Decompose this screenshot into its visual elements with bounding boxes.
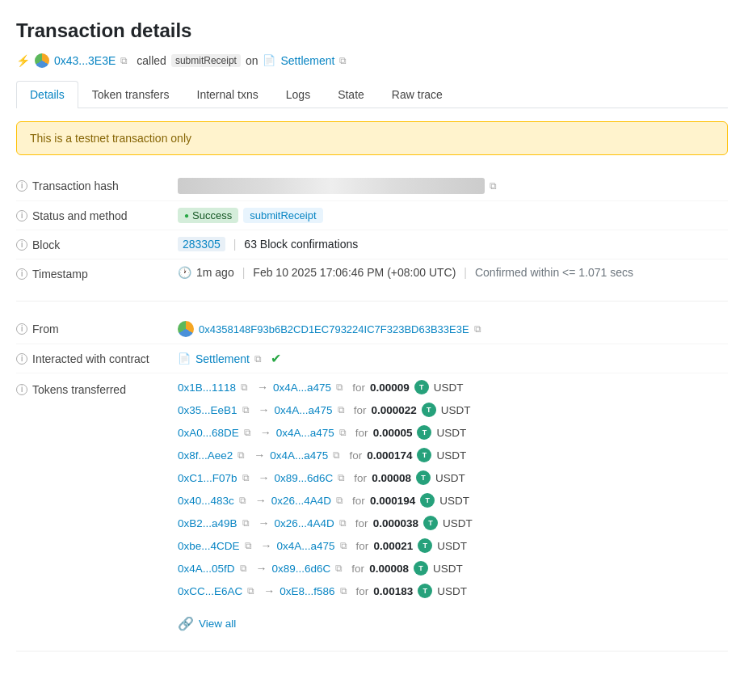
row-tokens: i Tokens transferred 0x1B...1118 ⧉ → 0x4…: [16, 373, 728, 638]
transfer-amount-5: 0.000194: [370, 495, 415, 507]
info-icon-status: i: [16, 210, 27, 221]
copy-tt9-icon[interactable]: ⧉: [340, 585, 351, 597]
transfer-to-1[interactable]: 0x4A...a475: [275, 404, 333, 416]
token-name-3: USDT: [436, 449, 466, 462]
arrow-icon: →: [259, 403, 270, 416]
usdt-badge-0: T: [414, 380, 429, 394]
tab-logs[interactable]: Logs: [272, 81, 324, 108]
copy-tf3-icon[interactable]: ⧉: [237, 449, 249, 461]
info-icon-contract: i: [16, 353, 27, 365]
caller-avatar: [35, 53, 49, 68]
copy-contract-icon[interactable]: ⧉: [339, 55, 351, 66]
value-transaction-hash: ⧉: [178, 178, 728, 194]
transfer-to-5[interactable]: 0x26...4A4D: [271, 495, 331, 507]
transfer-from-6[interactable]: 0xB2...a49B: [178, 517, 237, 529]
block-number-link[interactable]: 283305: [178, 237, 225, 251]
info-icon-block: i: [16, 239, 27, 251]
transfer-to-7[interactable]: 0x4A...a475: [277, 540, 335, 552]
contract-doc-icon: 📄: [263, 54, 275, 67]
copy-hash-icon[interactable]: ⧉: [490, 180, 501, 192]
transfer-to-6[interactable]: 0x26...4A4D: [275, 517, 334, 529]
copy-tt8-icon[interactable]: ⧉: [335, 563, 347, 574]
copy-tt2-icon[interactable]: ⧉: [339, 427, 351, 438]
token-transfer-row: 0xC1...F07b ⧉ → 0x89...6d6C ⧉ for 0.0000…: [178, 470, 473, 485]
transfer-amount-9: 0.00183: [373, 585, 413, 597]
info-icon-hash: i: [16, 180, 27, 192]
contract-icon: 📄: [178, 352, 191, 365]
tab-raw-trace[interactable]: Raw trace: [378, 81, 456, 108]
transfer-to-0[interactable]: 0x4A...a475: [273, 382, 331, 394]
arrow-icon: →: [257, 381, 268, 394]
token-name-9: USDT: [437, 585, 467, 597]
status-badge: Success: [178, 208, 238, 223]
copy-tt1-icon[interactable]: ⧉: [338, 404, 349, 415]
usdt-badge-9: T: [418, 584, 432, 598]
copy-tf4-icon[interactable]: ⧉: [242, 472, 254, 483]
info-icon-timestamp: i: [16, 268, 27, 280]
copy-tt7-icon[interactable]: ⧉: [340, 540, 351, 551]
copy-caller-icon[interactable]: ⧉: [120, 55, 132, 66]
transfer-from-7[interactable]: 0xbe...4CDE: [178, 540, 240, 552]
copy-tf8-icon[interactable]: ⧉: [240, 563, 251, 574]
copy-tf2-icon[interactable]: ⧉: [244, 427, 255, 438]
copy-from-icon[interactable]: ⧉: [474, 323, 485, 335]
tab-state[interactable]: State: [324, 81, 378, 108]
copy-tt4-icon[interactable]: ⧉: [338, 472, 349, 483]
tab-token-transfers[interactable]: Token transfers: [78, 81, 183, 108]
usdt-badge-1: T: [422, 403, 436, 417]
usdt-badge-8: T: [414, 561, 428, 576]
copy-tf9-icon[interactable]: ⧉: [247, 585, 259, 597]
copy-contract-detail-icon[interactable]: ⧉: [254, 353, 266, 365]
copy-tf7-icon[interactable]: ⧉: [245, 540, 256, 551]
caller-address[interactable]: 0x43...3E3E: [54, 54, 116, 67]
transfer-amount-7: 0.00021: [373, 540, 413, 552]
tab-bar: Details Token transfers Internal txns Lo…: [16, 81, 728, 108]
usdt-badge-3: T: [417, 448, 431, 462]
label-tokens: i Tokens transferred: [16, 380, 178, 396]
transfer-from-2[interactable]: 0xA0...68DE: [178, 427, 239, 439]
copy-tt5-icon[interactable]: ⧉: [336, 495, 347, 506]
transfer-from-8[interactable]: 0x4A...05fD: [178, 563, 235, 575]
transfer-from-3[interactable]: 0x8f...Aee2: [178, 449, 233, 462]
transfer-to-3[interactable]: 0x4A...a475: [270, 449, 328, 462]
copy-tf0-icon[interactable]: ⧉: [241, 382, 252, 393]
copy-tt6-icon[interactable]: ⧉: [339, 517, 351, 529]
transfer-amount-0: 0.00009: [370, 382, 410, 394]
tab-details[interactable]: Details: [16, 81, 78, 108]
detail-section-2: i From 0x4358148F93b6B2CD1EC793224IC7F32…: [16, 314, 728, 652]
token-transfer-row: 0xA0...68DE ⧉ → 0x4A...a475 ⧉ for 0.0000…: [178, 425, 473, 440]
token-name-6: USDT: [443, 517, 473, 529]
token-transfer-row: 0x40...483c ⧉ → 0x26...4A4D ⧉ for 0.0001…: [178, 493, 473, 508]
contract-name-link[interactable]: Settlement: [280, 54, 334, 67]
copy-tt0-icon[interactable]: ⧉: [336, 382, 347, 393]
clock-icon: 🕐: [178, 266, 191, 279]
token-transfer-row: 0x8f...Aee2 ⧉ → 0x4A...a475 ⧉ for 0.0001…: [178, 448, 473, 462]
copy-tt3-icon[interactable]: ⧉: [333, 449, 344, 461]
label-status: i Status and method: [16, 208, 178, 222]
tab-internal-txns[interactable]: Internal txns: [183, 81, 272, 108]
transfer-from-1[interactable]: 0x35...EeB1: [178, 404, 237, 416]
view-all-link[interactable]: View all: [199, 618, 236, 630]
contract-link[interactable]: Settlement: [195, 352, 250, 365]
transfer-to-2[interactable]: 0x4A...a475: [276, 427, 334, 439]
transfer-to-8[interactable]: 0x89...6d6C: [272, 563, 331, 575]
transfer-from-9[interactable]: 0xCC...E6AC: [178, 585, 242, 597]
from-address-link[interactable]: 0x4358148F93b6B2CD1EC793224IC7F323BD63B3…: [199, 323, 469, 335]
token-name-8: USDT: [433, 563, 463, 575]
row-timestamp: i Timestamp 🕐 1m ago | Feb 10 2025 17:06…: [16, 259, 728, 288]
copy-tf1-icon[interactable]: ⧉: [242, 404, 254, 415]
transfer-to-9[interactable]: 0xE8...f586: [280, 585, 334, 597]
label-transaction-hash: i Transaction hash: [16, 178, 178, 192]
transfer-to-4[interactable]: 0x89...6d6C: [275, 472, 334, 484]
transfer-from-4[interactable]: 0xC1...F07b: [178, 472, 237, 484]
transfer-from-0[interactable]: 0x1B...1118: [178, 382, 236, 394]
copy-tf6-icon[interactable]: ⧉: [242, 517, 254, 529]
value-from: 0x4358148F93b6B2CD1EC793224IC7F323BD63B3…: [178, 321, 728, 337]
timestamp-ago: 1m ago: [196, 266, 234, 279]
copy-tf5-icon[interactable]: ⧉: [239, 495, 250, 506]
detail-section-1: i Transaction hash ⧉ i Status and method…: [16, 171, 728, 302]
token-transfer-row: 0x4A...05fD ⧉ → 0x89...6d6C ⧉ for 0.0000…: [178, 561, 473, 576]
testnet-alert-text: This is a testnet transaction only: [30, 132, 191, 145]
method-text: submitReceipt: [171, 54, 241, 67]
transfer-from-5[interactable]: 0x40...483c: [178, 495, 234, 507]
